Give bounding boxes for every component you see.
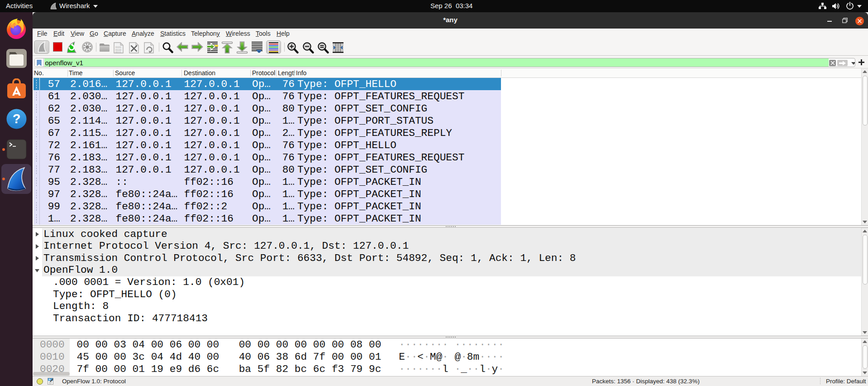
svg-text:?: ? <box>13 111 21 126</box>
svg-text:0111: 0111 <box>115 51 121 53</box>
